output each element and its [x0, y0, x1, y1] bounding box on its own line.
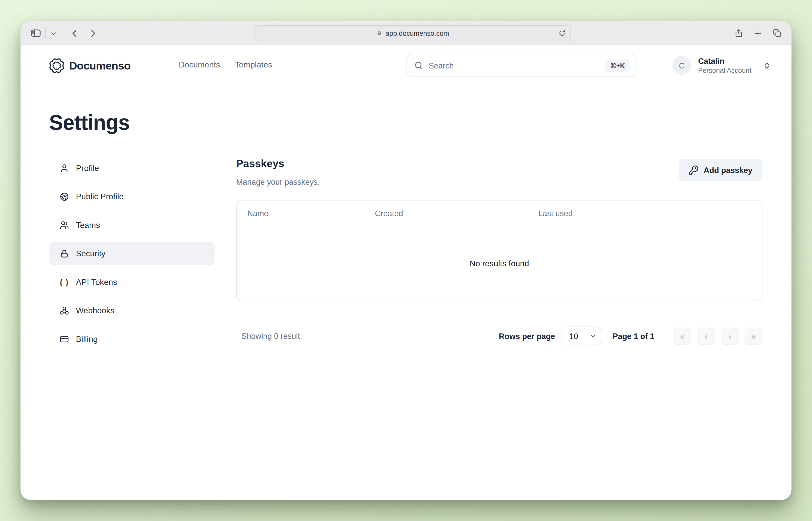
previous-page-button[interactable]: ‹: [697, 327, 715, 345]
page-title: Settings: [49, 110, 130, 135]
sidebar-item-teams[interactable]: Teams: [49, 213, 215, 237]
sidebar-item-label: Webhooks: [76, 306, 114, 315]
browser-toolbar: app.documenso.com: [21, 21, 792, 45]
back-icon[interactable]: [69, 28, 79, 38]
credit-card-icon: [60, 335, 69, 344]
chevron-down-icon: [589, 333, 596, 340]
screenshot-stage: app.documenso.com: [0, 0, 812, 521]
sidebar-item-label: Billing: [76, 335, 98, 344]
search-input[interactable]: Search ⌘+K: [406, 54, 636, 77]
documenso-logo[interactable]: Documenso: [49, 58, 131, 73]
sidebar-item-webhooks[interactable]: Webhooks: [49, 299, 215, 322]
desktop-background: app.documenso.com: [0, 0, 812, 521]
chevrons-up-down-icon: [763, 61, 771, 69]
sidebar-item-label: Public Profile: [76, 192, 124, 201]
next-page-button[interactable]: ›: [721, 327, 739, 345]
documenso-seal-icon: [49, 58, 64, 73]
rows-per-page-value: 10: [569, 332, 578, 340]
toolbar-divider: [45, 27, 46, 39]
pagination-controls: « ‹ › »: [673, 327, 762, 345]
sidebar-item-public-profile[interactable]: Public Profile: [49, 185, 215, 208]
key-icon: [689, 165, 699, 175]
column-header-created: Created: [375, 200, 403, 226]
search-icon: [414, 61, 423, 70]
sidebar-item-api-tokens[interactable]: { } API Tokens: [49, 271, 215, 294]
passkeys-table: Name Created Last used No results found: [236, 200, 762, 301]
users-icon: [60, 221, 69, 230]
primary-nav: Documents Templates: [179, 60, 272, 69]
nav-templates[interactable]: Templates: [235, 60, 272, 69]
tls-lock-icon: [376, 30, 382, 37]
last-page-button[interactable]: »: [745, 327, 762, 345]
url-text: app.documenso.com: [386, 29, 449, 37]
sidebar-item-label: Security: [76, 249, 106, 258]
rows-per-page-select[interactable]: 10: [561, 326, 602, 345]
tab-overview-icon[interactable]: [772, 28, 782, 38]
passkeys-panel: Passkeys Manage your passkeys. Add passk…: [236, 157, 762, 345]
empty-state-text: No results found: [237, 226, 762, 301]
column-header-last-used: Last used: [538, 200, 573, 226]
reload-icon[interactable]: [558, 30, 566, 37]
user-icon: [60, 163, 69, 173]
add-passkey-label: Add passkey: [704, 165, 752, 174]
first-page-button[interactable]: «: [673, 327, 691, 345]
avatar: C: [672, 56, 691, 75]
sidebar-item-security[interactable]: Security: [49, 242, 215, 266]
forward-icon[interactable]: [88, 28, 98, 38]
lock-icon: [60, 249, 69, 258]
table-footer: Showing 0 result. Rows per page 10 Page …: [236, 326, 762, 345]
braces-icon: { }: [60, 278, 69, 287]
brand-name: Documenso: [69, 59, 131, 72]
browser-window: app.documenso.com: [21, 21, 792, 500]
globe-icon: [60, 192, 69, 201]
rows-per-page-label: Rows per page: [499, 332, 555, 340]
nav-documents[interactable]: Documents: [179, 60, 220, 69]
sidebar-item-label: Teams: [76, 221, 100, 230]
account-type: Personal Account: [698, 66, 751, 75]
column-header-name: Name: [247, 200, 269, 226]
results-summary: Showing 0 result.: [241, 332, 302, 340]
sidebar-item-label: API Tokens: [76, 277, 117, 287]
search-placeholder: Search: [428, 61, 600, 70]
table-header-row: Name Created Last used: [237, 200, 762, 226]
sidebar-item-billing[interactable]: Billing: [49, 327, 215, 351]
settings-sidebar: Profile Public Profile Teams Security: [49, 157, 215, 351]
app-page: Documenso Documents Templates Search ⌘+K…: [21, 45, 792, 500]
sidebar-item-profile[interactable]: Profile: [49, 157, 215, 180]
account-menu[interactable]: C Catalin Personal Account: [672, 56, 771, 75]
new-tab-icon[interactable]: [753, 29, 762, 38]
address-bar[interactable]: app.documenso.com: [255, 25, 571, 41]
search-shortcut-badge: ⌘+K: [605, 59, 630, 71]
add-passkey-button[interactable]: Add passkey: [679, 159, 762, 181]
user-name: Catalin: [698, 56, 751, 66]
sidebar-chevron-down-icon[interactable]: [50, 30, 57, 37]
share-icon[interactable]: [734, 28, 744, 38]
webhook-icon: [60, 306, 69, 315]
sidebar-toggle-icon[interactable]: [30, 27, 42, 39]
sidebar-item-label: Profile: [76, 163, 99, 173]
page-indicator: Page 1 of 1: [612, 332, 654, 340]
